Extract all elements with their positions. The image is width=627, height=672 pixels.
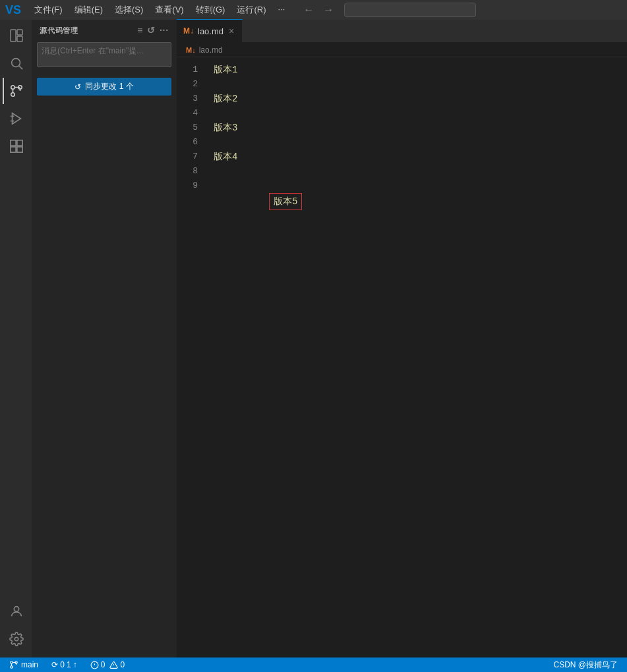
error-count: 0	[101, 660, 105, 669]
svg-point-7	[11, 93, 15, 97]
tab-close-button[interactable]: ×	[227, 25, 235, 37]
status-left: main ⟳ 0 1 ↑ 0 0	[5, 660, 129, 669]
code-text-7: 版本4	[214, 152, 237, 162]
svg-point-5	[11, 86, 15, 90]
status-sync[interactable]: ⟳ 0 1 ↑	[47, 660, 81, 669]
sync-status: ⟳ 0	[51, 660, 65, 669]
commit-message-input[interactable]	[37, 42, 171, 67]
code-line-9: 版本5	[214, 179, 627, 193]
warning-count: 0	[120, 660, 125, 669]
svg-point-19	[11, 666, 13, 669]
code-line-5: 版本3	[214, 121, 627, 135]
sync-down: 1	[67, 660, 71, 669]
svg-point-15	[14, 607, 18, 611]
code-line-8	[214, 164, 627, 179]
sidebar-more-icon[interactable]: ···	[160, 25, 169, 36]
menu-more[interactable]: ···	[272, 2, 290, 18]
line-num-2: 2	[177, 77, 198, 92]
menu-goto[interactable]: 转到(G)	[191, 2, 231, 18]
activity-account[interactable]	[3, 598, 29, 625]
code-text-3: 版本2	[214, 94, 237, 104]
line-num-7: 7	[177, 150, 198, 164]
code-line-3: 版本2	[214, 92, 627, 106]
sidebar-menu-icon[interactable]: ≡	[137, 25, 143, 36]
breadcrumb: M↓ lao.md	[177, 43, 627, 57]
code-area[interactable]: 版本1 版本2 版本3 版本4 版本5	[203, 57, 627, 658]
tab-file-icon: M↓	[183, 26, 194, 36]
sync-label: 同步更改 1 个	[85, 81, 133, 92]
code-line-2	[214, 77, 627, 92]
line-num-5: 5	[177, 121, 198, 135]
svg-rect-0	[11, 30, 16, 42]
line-num-3: 3	[177, 92, 198, 106]
svg-marker-8	[13, 113, 21, 125]
vscode-logo: VS	[5, 3, 21, 17]
line-num-6: 6	[177, 135, 198, 150]
sync-up: ↑	[73, 660, 77, 669]
nav-forward[interactable]: →	[320, 4, 336, 16]
line-num-8: 8	[177, 164, 198, 179]
code-line-4	[214, 106, 627, 121]
tab-bar: M↓ lao.md ×	[177, 20, 627, 43]
nav-back[interactable]: ←	[301, 4, 316, 16]
sidebar: 源代码管理 ≡ ↺ ··· ↺ 同步更改 1 个	[32, 20, 177, 658]
code-text-1: 版本1	[214, 65, 237, 75]
activity-bar	[0, 20, 32, 658]
editor-content[interactable]: 1 2 3 4 5 6 7 8 9 版本1 版本2 版本3 版本4 版	[177, 57, 627, 658]
menu-bar: 文件(F) 编辑(E) 选择(S) 查看(V) 转到(G) 运行(R) ···	[29, 2, 290, 18]
svg-rect-11	[11, 140, 16, 146]
line-num-9: 9	[177, 179, 198, 193]
code-text-9-highlight: 版本5	[269, 193, 302, 210]
menu-view[interactable]: 查看(V)	[150, 2, 189, 18]
line-num-1: 1	[177, 63, 198, 77]
svg-point-17	[11, 661, 13, 664]
sidebar-refresh-icon[interactable]: ↺	[147, 25, 156, 36]
nav-buttons: ← →	[301, 4, 336, 16]
activity-explorer[interactable]	[3, 22, 29, 49]
svg-point-3	[12, 59, 20, 67]
code-line-6	[214, 135, 627, 150]
status-branch[interactable]: main	[5, 660, 42, 669]
watermark: CSDN @搜捕鸟了	[549, 659, 622, 671]
menu-file[interactable]: 文件(F)	[29, 2, 68, 18]
title-search[interactable]	[344, 3, 476, 17]
svg-rect-1	[17, 30, 22, 35]
line-num-4: 4	[177, 106, 198, 121]
sync-icon: ↺	[75, 82, 81, 92]
activity-debug[interactable]	[3, 105, 29, 132]
svg-point-16	[15, 637, 18, 641]
sidebar-title: 源代码管理	[40, 26, 78, 36]
breadcrumb-filename: lao.md	[199, 45, 223, 55]
activity-bottom	[3, 598, 29, 658]
breadcrumb-file-icon: M↓	[186, 46, 196, 54]
menu-edit[interactable]: 编辑(E)	[69, 2, 108, 18]
sidebar-header-icons: ≡ ↺ ···	[137, 25, 169, 36]
code-line-1: 版本1	[214, 63, 627, 77]
main-layout: 源代码管理 ≡ ↺ ··· ↺ 同步更改 1 个 M↓ lao.md ×	[0, 20, 627, 658]
tab-filename: lao.md	[198, 26, 224, 36]
svg-rect-12	[17, 140, 22, 146]
svg-rect-14	[17, 147, 22, 152]
status-errors[interactable]: 0 0	[86, 660, 129, 669]
menu-run[interactable]: 运行(R)	[231, 2, 271, 18]
svg-line-4	[19, 66, 22, 69]
editor-area: M↓ lao.md × M↓ lao.md 1 2 3 4 5 6 7 8 9	[177, 20, 627, 658]
line-numbers: 1 2 3 4 5 6 7 8 9	[177, 57, 203, 658]
svg-rect-13	[11, 147, 16, 152]
commit-input-area	[32, 38, 177, 74]
sync-button[interactable]: ↺ 同步更改 1 个	[37, 78, 171, 96]
tab-lao-md[interactable]: M↓ lao.md ×	[177, 19, 243, 42]
activity-git[interactable]	[3, 78, 29, 104]
svg-rect-2	[17, 36, 22, 42]
activity-extensions[interactable]	[3, 133, 29, 159]
titlebar: VS 文件(F) 编辑(E) 选择(S) 查看(V) 转到(G) 运行(R) ·…	[0, 0, 627, 20]
status-right: CSDN @搜捕鸟了	[549, 659, 622, 671]
activity-search[interactable]	[3, 50, 29, 76]
code-text-5: 版本3	[214, 123, 237, 133]
code-line-7: 版本4	[214, 150, 627, 164]
activity-settings[interactable]	[3, 626, 29, 652]
status-bar: main ⟳ 0 1 ↑ 0 0 CSDN @搜捕鸟了	[0, 658, 627, 672]
branch-name: main	[21, 660, 38, 669]
sidebar-header: 源代码管理 ≡ ↺ ···	[32, 20, 177, 38]
menu-select[interactable]: 选择(S)	[109, 2, 148, 18]
